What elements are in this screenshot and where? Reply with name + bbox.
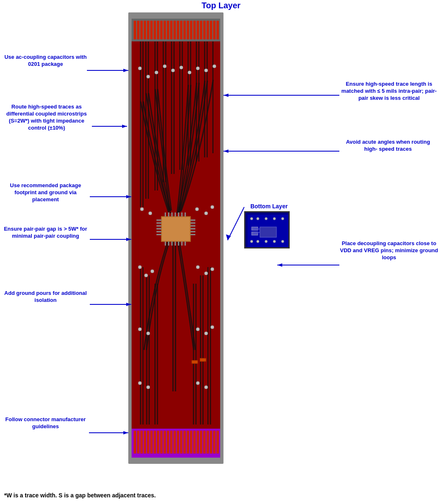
svg-point-101 xyxy=(138,265,142,269)
svg-rect-63 xyxy=(156,228,161,229)
svg-rect-80 xyxy=(168,241,169,246)
svg-point-99 xyxy=(204,212,208,215)
svg-rect-126 xyxy=(157,431,159,453)
svg-rect-142 xyxy=(210,431,212,453)
svg-rect-77 xyxy=(181,212,183,217)
svg-rect-29 xyxy=(142,41,144,207)
svg-rect-123 xyxy=(147,431,149,453)
svg-rect-18 xyxy=(187,21,189,39)
svg-rect-47 xyxy=(140,267,141,424)
svg-rect-43 xyxy=(198,41,199,162)
svg-rect-8 xyxy=(154,21,156,39)
svg-point-100 xyxy=(211,205,214,209)
svg-rect-71 xyxy=(190,234,195,235)
svg-rect-133 xyxy=(180,431,183,453)
pcb-outer xyxy=(128,12,223,464)
svg-point-113 xyxy=(147,386,150,389)
svg-rect-4 xyxy=(140,21,143,39)
svg-rect-122 xyxy=(144,431,146,453)
svg-rect-79 xyxy=(165,241,166,246)
svg-rect-37 xyxy=(173,41,175,174)
svg-point-110 xyxy=(204,332,208,335)
svg-marker-171 xyxy=(126,238,131,241)
svg-rect-132 xyxy=(177,431,179,453)
svg-rect-12 xyxy=(167,21,169,39)
svg-rect-157 xyxy=(260,227,276,237)
svg-rect-51 xyxy=(154,284,156,424)
svg-point-112 xyxy=(138,381,142,385)
svg-rect-57 xyxy=(207,267,209,424)
ac-coupling-arrow xyxy=(87,66,137,75)
avoid-acute-annotation: Avoid acute angles when routing high- sp… xyxy=(339,139,437,153)
svg-point-86 xyxy=(138,67,142,70)
svg-rect-14 xyxy=(173,21,176,39)
svg-rect-66 xyxy=(190,219,195,221)
pair-gap-arrow xyxy=(90,235,131,244)
svg-rect-117 xyxy=(192,360,198,364)
svg-point-104 xyxy=(196,265,199,269)
svg-rect-65 xyxy=(156,234,161,235)
svg-rect-62 xyxy=(156,225,161,227)
svg-rect-22 xyxy=(200,21,202,39)
svg-rect-7 xyxy=(150,21,153,39)
svg-point-107 xyxy=(138,328,142,331)
svg-rect-70 xyxy=(190,231,195,232)
ground-pours-arrow xyxy=(90,300,131,309)
svg-rect-67 xyxy=(190,222,195,224)
follow-connector-annotation: Follow connector manufacturer guidelines xyxy=(4,416,87,430)
svg-rect-138 xyxy=(197,431,199,453)
trace-length-arrow xyxy=(223,91,341,99)
svg-rect-46 xyxy=(212,41,214,153)
svg-rect-128 xyxy=(163,431,166,453)
svg-point-149 xyxy=(265,217,267,220)
svg-line-162 xyxy=(228,207,244,240)
svg-marker-179 xyxy=(223,150,228,153)
svg-point-97 xyxy=(149,212,152,215)
svg-point-87 xyxy=(147,75,150,78)
svg-rect-75 xyxy=(175,212,176,217)
svg-rect-58 xyxy=(210,267,211,424)
svg-rect-24 xyxy=(207,21,209,39)
svg-point-106 xyxy=(211,268,214,271)
svg-rect-76 xyxy=(178,212,179,217)
svg-rect-119 xyxy=(134,431,136,453)
svg-point-147 xyxy=(250,217,253,220)
svg-rect-60 xyxy=(156,219,161,221)
high-speed-traces-arrow xyxy=(92,122,133,130)
svg-rect-72 xyxy=(165,212,166,217)
svg-rect-64 xyxy=(156,231,161,232)
package-footprint-annotation: Use recommended package footprint and gr… xyxy=(2,182,89,203)
svg-point-92 xyxy=(188,71,191,74)
svg-marker-167 xyxy=(122,125,127,128)
svg-rect-26 xyxy=(213,21,216,39)
svg-rect-52 xyxy=(157,284,158,424)
page-title: Top Layer xyxy=(0,1,442,10)
svg-point-93 xyxy=(196,67,199,70)
svg-rect-2 xyxy=(134,21,136,39)
svg-point-103 xyxy=(151,270,154,273)
svg-rect-136 xyxy=(190,431,192,453)
svg-rect-121 xyxy=(140,431,143,453)
svg-point-109 xyxy=(196,328,199,331)
svg-rect-36 xyxy=(171,41,172,174)
follow-connector-arrow xyxy=(89,429,132,437)
svg-point-114 xyxy=(196,381,199,385)
svg-rect-120 xyxy=(137,431,139,453)
svg-rect-141 xyxy=(207,431,209,453)
svg-rect-116 xyxy=(200,358,206,362)
svg-point-96 xyxy=(140,207,144,211)
svg-marker-169 xyxy=(126,195,131,198)
svg-rect-144 xyxy=(216,431,219,453)
svg-point-90 xyxy=(171,69,175,72)
svg-marker-181 xyxy=(277,263,282,267)
svg-rect-61 xyxy=(156,222,161,224)
svg-point-152 xyxy=(250,240,253,243)
svg-rect-28 xyxy=(140,41,141,207)
svg-rect-45 xyxy=(207,41,208,157)
svg-rect-131 xyxy=(173,431,176,453)
pcb-container xyxy=(128,12,223,464)
ac-coupling-annotation: Use ac-coupling capacitors with 0201 pac… xyxy=(4,54,87,68)
svg-rect-11 xyxy=(163,21,166,39)
bottom-layer-container: Bottom Layer xyxy=(244,203,294,248)
svg-point-102 xyxy=(144,274,148,277)
